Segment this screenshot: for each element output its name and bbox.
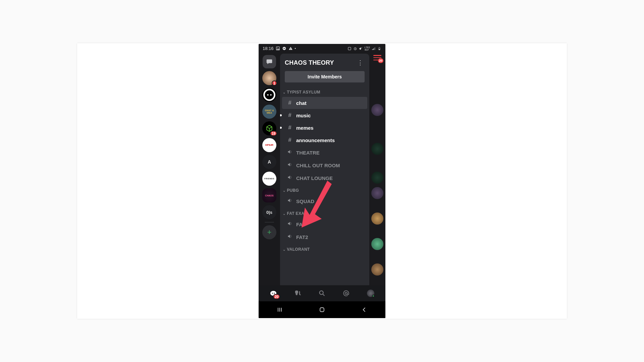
search-icon [318,290,326,297]
network-label: LTE2 4G+ [365,46,370,51]
category-header[interactable]: ⌄ PUBG [280,185,369,195]
hash-icon: # [287,112,293,119]
server-title: CHAOS THEORY [285,59,334,66]
android-status-bar: 18:16 • [259,44,385,53]
member-avatar[interactable] [371,213,383,225]
guild-column[interactable]: 1 GMAT & MBA 19 HPAIR A [259,53,280,285]
voice-channel[interactable]: CHAT LOUNGE [282,172,367,184]
mute-icon [359,46,363,51]
unread-indicator [280,127,282,129]
tab-friends[interactable] [293,289,303,298]
unread-indicator [280,114,282,116]
member-avatar[interactable] [371,104,383,116]
channel-label: memes [296,125,364,131]
channel-label: CHAT LOUNGE [296,175,364,181]
voice-channel[interactable]: FAT [282,218,367,231]
svg-rect-7 [379,47,380,47]
speaker-icon [287,221,293,228]
voice-channel[interactable]: FAT2 [282,231,367,243]
friends-icon [294,290,302,297]
channel-label: chat [296,100,364,106]
recents-icon [276,306,283,313]
guild-item[interactable]: FRIENDS [262,172,276,186]
plus-icon: + [267,228,272,237]
text-channel-active[interactable]: # chat [282,97,367,109]
voice-channel[interactable]: CHILL OUT ROOM [282,159,367,172]
net-label: 4G+ [365,49,369,51]
home-icon [319,306,325,313]
lte-label: LTE2 [365,46,370,49]
nav-home[interactable] [312,306,332,313]
hamburger-icon[interactable]: 20 [373,55,381,60]
category-label: PUBG [287,188,299,193]
speaker-icon [287,162,293,169]
category-label: TYPIST ASYLUM [287,90,320,95]
svg-point-16 [345,292,347,294]
chevron-down-icon: ⌄ [283,212,285,216]
guild-label: CHAOS [265,194,273,197]
category-header[interactable]: ⌄ FAT EXAM [280,208,369,218]
channel-label: FAT2 [296,234,364,240]
status-dot: • [295,47,296,50]
discord-app: 1 GMAT & MBA 19 HPAIR A [259,53,385,285]
guild-item-selected[interactable]: CHAOS [262,188,276,202]
guild-item[interactable] [262,88,276,102]
notif-badge: 19 [270,131,277,136]
channel-label: music [296,113,364,118]
guild-separator [265,222,274,223]
status-left: 18:16 • [263,46,296,51]
mention-icon [342,290,350,297]
status-time: 18:16 [263,46,274,51]
guild-label: HPAIR [265,144,273,146]
svg-point-10 [267,94,269,96]
profile-avatar [367,290,374,297]
category-label: FAT EXAM [287,211,308,216]
members-column[interactable]: 20 [369,53,385,285]
invite-button[interactable]: Invite Members [285,71,365,82]
more-icon[interactable]: ⋮ [356,59,365,66]
channel-list[interactable]: ⌄ TYPIST ASYLUM # chat # music # [280,86,369,285]
guild-item[interactable]: GMAT & MBA [262,105,276,119]
svg-point-14 [274,293,275,294]
dnd-icon [282,46,286,51]
guild-item[interactable]: HPAIR [262,138,276,152]
svg-rect-0 [276,47,279,50]
voice-channel[interactable]: THEATRE [282,146,367,159]
guild-item[interactable]: 19 [262,121,276,135]
svg-rect-3 [283,48,285,49]
voice-channel[interactable]: SQUAD [282,195,367,207]
text-channel[interactable]: # music [282,109,367,121]
battery-icon [377,46,381,51]
online-status-icon [372,295,375,297]
nfc-icon [347,46,352,51]
guild-item[interactable]: 1 [262,71,276,85]
text-channel[interactable]: # memes [282,122,367,134]
speaker-icon [287,198,293,205]
tab-mentions[interactable] [341,289,351,298]
category-label: VALORANT [287,247,310,252]
ninja-icon [264,90,274,100]
dm-button[interactable] [263,55,276,68]
tab-profile[interactable] [366,289,375,298]
server-header[interactable]: CHAOS THEORY ⋮ [280,54,369,71]
member-avatar[interactable] [371,143,383,155]
hash-icon: # [287,137,293,143]
member-avatar[interactable] [371,187,383,199]
member-avatar[interactable] [371,263,383,276]
category-header[interactable]: ⌄ TYPIST ASYLUM [280,86,369,97]
tab-search[interactable] [317,289,327,298]
tab-discord[interactable]: 20 [269,289,278,298]
nav-back[interactable] [354,306,374,313]
member-avatar[interactable] [371,238,383,250]
svg-point-15 [320,291,323,295]
guild-item[interactable]: A [262,155,276,169]
speaker-icon [287,175,293,182]
guild-item[interactable]: 0|s [262,205,276,219]
category-header[interactable]: ⌄ VALORANT [280,244,369,254]
text-channel[interactable]: # announcements [282,134,367,146]
svg-point-13 [272,293,273,294]
member-avatar[interactable] [371,172,383,184]
nav-recents[interactable] [270,306,290,313]
guild-label: FRIENDS [264,178,274,180]
add-server-button[interactable]: + [262,225,276,239]
